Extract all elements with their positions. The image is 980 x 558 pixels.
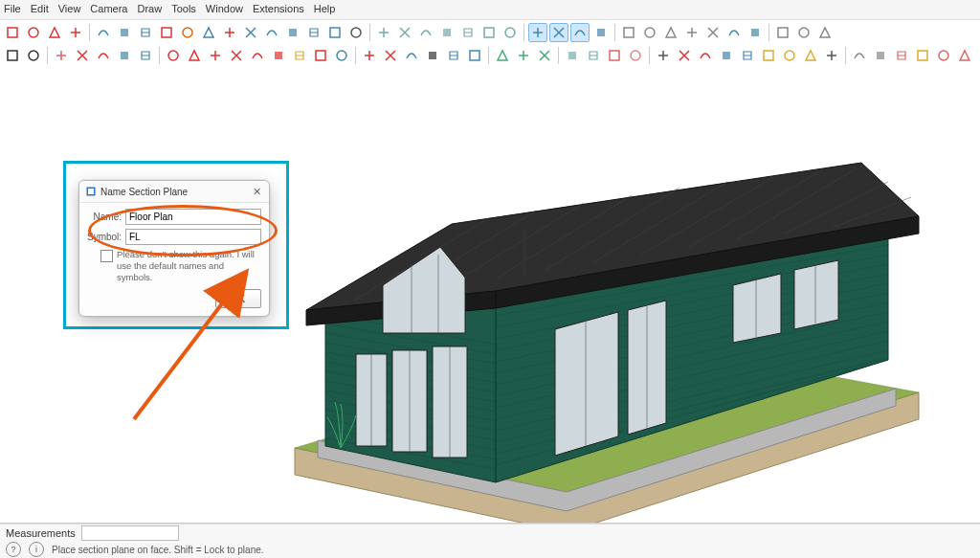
shade-d[interactable] xyxy=(682,23,702,42)
plan-d[interactable] xyxy=(437,23,457,42)
menu-draw[interactable]: Draw xyxy=(137,1,162,18)
gear-c[interactable] xyxy=(815,23,835,42)
line-d[interactable] xyxy=(717,46,736,65)
layer-c[interactable] xyxy=(570,23,590,42)
help-icon[interactable]: ? xyxy=(6,542,21,557)
erase-e[interactable] xyxy=(136,46,155,65)
erase-c[interactable] xyxy=(94,46,113,65)
ext-a[interactable] xyxy=(850,46,869,65)
move-a[interactable] xyxy=(311,46,330,65)
menu-tools[interactable]: Tools xyxy=(171,1,196,18)
tool-g[interactable] xyxy=(220,23,239,42)
warn-icon[interactable] xyxy=(290,46,309,65)
erase-d[interactable] xyxy=(115,46,134,65)
tool-f[interactable] xyxy=(199,23,218,42)
dont-show-checkbox[interactable] xyxy=(100,250,113,262)
menu-edit[interactable]: Edit xyxy=(31,1,49,18)
orbit-e[interactable] xyxy=(444,46,463,65)
tool-e[interactable] xyxy=(178,23,197,42)
stack-c[interactable] xyxy=(535,46,554,65)
tape-d[interactable] xyxy=(822,46,841,65)
layer-d[interactable] xyxy=(591,23,611,42)
symbol-input[interactable] xyxy=(125,229,261,245)
ext-c[interactable] xyxy=(892,46,911,65)
gear-a[interactable] xyxy=(773,23,792,42)
walk-icon[interactable] xyxy=(346,23,366,42)
line-a[interactable] xyxy=(654,46,673,65)
shade-a[interactable] xyxy=(619,23,638,42)
tool-b[interactable] xyxy=(115,23,134,42)
button-c[interactable] xyxy=(45,23,64,42)
tool-j[interactable] xyxy=(283,23,302,42)
zoom-icon[interactable] xyxy=(3,46,22,65)
button-d[interactable] xyxy=(66,23,85,42)
tool-a[interactable] xyxy=(94,23,113,42)
line-b[interactable] xyxy=(675,46,694,65)
page-d[interactable] xyxy=(626,46,645,65)
tool-i[interactable] xyxy=(262,23,281,42)
tape-c[interactable] xyxy=(801,46,820,65)
gear-b[interactable] xyxy=(794,23,813,42)
page-a[interactable] xyxy=(563,46,582,65)
plan-c[interactable] xyxy=(416,23,435,42)
draw-a[interactable] xyxy=(164,46,183,65)
ok-button[interactable]: OK xyxy=(215,289,261,308)
ext-b[interactable] xyxy=(871,46,890,65)
draw-c[interactable] xyxy=(206,46,225,65)
move-b[interactable] xyxy=(332,46,351,65)
dialog-titlebar[interactable]: Name Section Plane ✕ xyxy=(79,181,269,203)
stack-b[interactable] xyxy=(514,46,533,65)
line-e[interactable] xyxy=(738,46,757,65)
draw-e[interactable] xyxy=(248,46,267,65)
button-b[interactable] xyxy=(24,23,43,42)
ext-e[interactable] xyxy=(934,46,953,65)
plan-g[interactable] xyxy=(501,23,520,42)
orbit-a[interactable] xyxy=(360,46,379,65)
layer-b[interactable] xyxy=(549,23,568,42)
stack-a[interactable] xyxy=(493,46,512,65)
menu-window[interactable]: Window xyxy=(206,1,243,18)
erase-b[interactable] xyxy=(73,46,92,65)
plan-f[interactable] xyxy=(479,23,499,42)
button-a[interactable] xyxy=(3,23,22,42)
tool-k[interactable] xyxy=(304,23,323,42)
draw-d[interactable] xyxy=(227,46,246,65)
page-b[interactable] xyxy=(584,46,603,65)
menu-extensions[interactable]: Extensions xyxy=(253,1,304,18)
orbit-d[interactable] xyxy=(423,46,442,65)
menu-view[interactable]: View xyxy=(58,1,81,18)
tape-b[interactable] xyxy=(780,46,799,65)
plan-e[interactable] xyxy=(458,23,478,42)
tool-c[interactable] xyxy=(136,23,155,42)
tool-d[interactable] xyxy=(157,23,176,42)
draw-f[interactable] xyxy=(269,46,288,65)
orbit-b[interactable] xyxy=(381,46,400,65)
layer-a[interactable] xyxy=(528,23,547,42)
info-icon[interactable]: i xyxy=(29,542,44,557)
select-icon[interactable] xyxy=(24,46,43,65)
ext-d[interactable] xyxy=(913,46,932,65)
plan-a[interactable] xyxy=(374,23,393,42)
tool-l[interactable] xyxy=(325,23,345,42)
shade-e[interactable] xyxy=(703,23,723,42)
orbit-c[interactable] xyxy=(402,46,421,65)
shade-g[interactable] xyxy=(746,23,765,42)
viewport-3d[interactable]: Name Section Plane ✕ Name: Symbol: Pleas… xyxy=(0,65,980,524)
draw-b[interactable] xyxy=(185,46,204,65)
tape-a[interactable] xyxy=(759,46,778,65)
ext-f[interactable] xyxy=(955,46,974,65)
measurements-input[interactable] xyxy=(81,525,179,541)
erase-a[interactable] xyxy=(52,46,71,65)
menu-help[interactable]: Help xyxy=(314,1,336,18)
line-c[interactable] xyxy=(696,46,715,65)
shade-c[interactable] xyxy=(661,23,680,42)
shade-b[interactable] xyxy=(640,23,659,42)
menu-camera[interactable]: Camera xyxy=(90,1,127,18)
page-c[interactable] xyxy=(605,46,624,65)
orbit-f[interactable] xyxy=(465,46,484,65)
shade-f[interactable] xyxy=(724,23,744,42)
name-input[interactable] xyxy=(125,209,261,225)
plan-b[interactable] xyxy=(395,23,414,42)
tool-h[interactable] xyxy=(241,23,260,42)
menu-file[interactable]: File xyxy=(4,1,21,18)
